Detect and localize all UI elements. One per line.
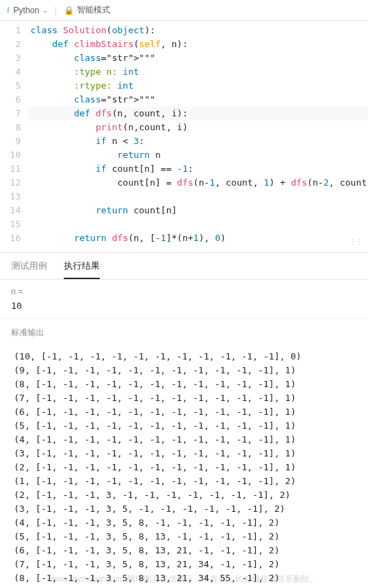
code-line[interactable]: class Solution(object): bbox=[28, 24, 368, 37]
language-icon: i bbox=[7, 5, 9, 15]
code-line[interactable]: class="str">""" bbox=[28, 93, 368, 107]
line-number: 5 bbox=[0, 79, 21, 93]
stdout-content: (10, [-1, -1, -1, -1, -1, -1, -1, -1, -1… bbox=[7, 344, 361, 588]
input-value[interactable]: 10 bbox=[11, 301, 357, 311]
input-block: n = 10 bbox=[0, 280, 368, 319]
code-line[interactable]: return count[n] bbox=[28, 204, 368, 217]
line-number: 2 bbox=[0, 37, 21, 51]
line-number: 12 bbox=[0, 176, 21, 190]
code-line[interactable]: def climbStairs(self, n): bbox=[28, 37, 368, 51]
line-number: 15 bbox=[0, 217, 21, 231]
code-line[interactable] bbox=[28, 190, 368, 204]
line-number: 13 bbox=[0, 190, 21, 204]
line-number: 3 bbox=[0, 51, 21, 65]
line-number: 6 bbox=[0, 93, 21, 107]
line-number: 8 bbox=[0, 121, 21, 134]
code-line[interactable]: :type n: int bbox=[28, 65, 368, 79]
input-label: n = bbox=[11, 287, 357, 296]
line-number: 10 bbox=[0, 148, 21, 162]
line-number: 16 bbox=[0, 231, 21, 245]
language-selector[interactable]: i Python ⌄ bbox=[7, 5, 48, 15]
code-line[interactable]: return n bbox=[28, 148, 368, 162]
tab-result[interactable]: 执行结果 bbox=[64, 260, 100, 279]
code-line[interactable]: if count[n] == -1: bbox=[28, 162, 368, 176]
language-label: Python bbox=[13, 6, 39, 15]
line-number: 1 bbox=[0, 24, 21, 37]
lock-icon: 🔒 bbox=[64, 6, 74, 15]
code-line[interactable]: count[n] = dfs(n-1, count, 1) + dfs(n-2,… bbox=[28, 176, 368, 190]
mode-label: 智能模式 bbox=[77, 4, 110, 16]
code-line[interactable]: return dfs(n, [-1]*(n+1), 0) bbox=[28, 231, 368, 245]
resize-grip-icon[interactable]: ⋮⋮ bbox=[349, 235, 362, 249]
gutter: 12345678910111213141516 bbox=[0, 24, 28, 245]
code-line[interactable]: :rtype: int bbox=[28, 79, 368, 93]
code-editor[interactable]: 12345678910111213141516 class Solution(o… bbox=[0, 21, 368, 253]
mode-indicator[interactable]: 🔒 智能模式 bbox=[64, 4, 110, 16]
code-line[interactable] bbox=[28, 217, 368, 231]
result-tabs: 测试用例执行结果 bbox=[0, 253, 368, 280]
line-number: 9 bbox=[0, 134, 21, 148]
code-line[interactable]: class="str">""" bbox=[28, 51, 368, 65]
code-line[interactable]: print(n,count, i) bbox=[28, 121, 368, 134]
toolbar: i Python ⌄ | 🔒 智能模式 bbox=[0, 0, 368, 21]
line-number: 14 bbox=[0, 204, 21, 217]
separator: | bbox=[55, 6, 57, 15]
code-line[interactable]: def dfs(n, count, i): bbox=[28, 107, 368, 121]
line-number: 4 bbox=[0, 65, 21, 79]
tab-testcase[interactable]: 测试用例 bbox=[11, 260, 47, 279]
chevron-down-icon: ⌄ bbox=[42, 6, 48, 14]
code-area[interactable]: class Solution(object): def climbStairs(… bbox=[28, 24, 368, 245]
code-line[interactable]: if n < 3: bbox=[28, 134, 368, 148]
stdout-label: 标准输出 bbox=[0, 319, 368, 344]
line-number: 11 bbox=[0, 162, 21, 176]
line-number: 7 bbox=[0, 107, 21, 121]
